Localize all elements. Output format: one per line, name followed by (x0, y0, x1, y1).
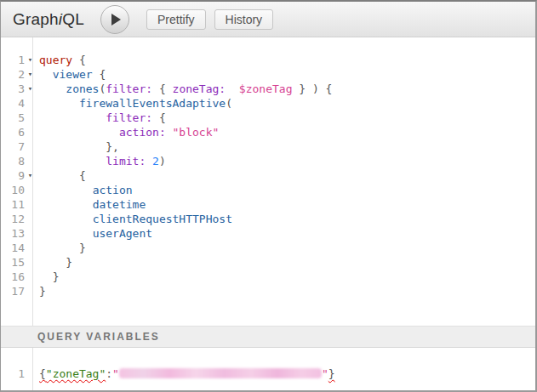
code-token (39, 184, 93, 196)
code-token (39, 169, 79, 182)
line-number: 7 (1, 139, 25, 154)
code-line-text[interactable]: datetime (36, 197, 146, 212)
code-token: query (39, 54, 72, 66)
line-number: 17 (1, 284, 25, 298)
fold-gutter-spacer (25, 226, 36, 241)
code-token: { (72, 54, 86, 66)
code-line-text[interactable]: limit: 2) (36, 154, 166, 168)
line-number: 9 (1, 168, 25, 183)
line-number: 10 (1, 183, 25, 197)
line-number: 12 (1, 212, 25, 226)
fold-gutter-spacer (25, 241, 36, 255)
line-number: 13 (1, 226, 25, 241)
code-token: } ) { (292, 82, 332, 95)
code-token (39, 256, 66, 269)
line-number: 4 (1, 96, 25, 111)
code-token (39, 126, 119, 139)
code-token (39, 198, 93, 211)
code-token: { (152, 82, 172, 95)
line-number: 5 (1, 111, 25, 125)
code-line: 12 clientRequestHTTPHost (1, 212, 535, 226)
code-line-text[interactable]: } (36, 241, 86, 255)
code-token (39, 270, 53, 283)
line-number: 1 (1, 366, 25, 381)
code-line: 8 limit: 2) (1, 154, 535, 168)
variables-editor[interactable]: 1{"zoneTag":""} (1, 348, 535, 390)
fold-gutter-spacer (25, 284, 36, 298)
code-token: ) (159, 155, 166, 168)
code-token (226, 82, 239, 95)
code-line: 1▾query { (1, 53, 535, 67)
execute-button[interactable] (100, 5, 129, 34)
code-token: { (79, 169, 86, 182)
code-line-text[interactable]: } (36, 255, 72, 270)
code-line: 1{"zoneTag":""} (1, 366, 535, 381)
code-token: "block" (173, 126, 220, 139)
fold-gutter-spacer (25, 96, 36, 111)
code-line: 11 datetime (1, 197, 535, 212)
fold-gutter-spacer (25, 183, 36, 197)
code-line: 15 } (1, 255, 535, 270)
code-line: 5 filter: { (1, 111, 535, 125)
line-number: 14 (1, 241, 25, 255)
prettify-button[interactable]: Prettify (146, 9, 206, 30)
code-line-text[interactable]: userAgent (36, 226, 152, 241)
code-line-text[interactable]: clientRequestHTTPHost (36, 212, 232, 226)
code-line: 2▾ viewer { (1, 67, 535, 82)
code-line-text[interactable]: filter: { (36, 111, 166, 125)
fold-toggle-icon[interactable]: ▾ (25, 53, 36, 67)
code-line-text[interactable]: {"zoneTag":""} (36, 366, 335, 381)
code-line-text[interactable]: action: "block" (36, 125, 219, 139)
code-token: } (79, 241, 86, 254)
code-token (39, 155, 106, 168)
code-token: } (53, 270, 60, 283)
code-token: viewer (53, 68, 93, 81)
code-line: 4 firewallEventsAdaptive( (1, 96, 535, 111)
toolbar: GraphiQL Prettify History (1, 2, 535, 37)
code-line-text[interactable]: viewer { (36, 67, 106, 82)
line-number: 2 (1, 67, 25, 82)
code-line-text[interactable]: action (36, 183, 133, 197)
fold-toggle-icon[interactable]: ▾ (25, 82, 36, 96)
fold-gutter-spacer (25, 154, 36, 168)
graphiql-logo: GraphiQL (13, 10, 84, 29)
play-icon (111, 14, 121, 26)
code-line: 16 } (1, 270, 535, 284)
query-code-lines: 1▾query {2▾ viewer {3▾ zones(filter: { z… (1, 53, 535, 298)
code-line-text[interactable]: firewallEventsAdaptive( (36, 96, 232, 111)
query-editor[interactable]: 1▾query {2▾ viewer {3▾ zones(filter: { z… (1, 37, 535, 326)
fold-gutter-spacer (25, 270, 36, 284)
code-token: { (39, 367, 46, 380)
code-line: 6 action: "block" (1, 125, 535, 139)
code-token (39, 140, 106, 153)
fold-toggle-icon[interactable]: ▾ (25, 67, 36, 82)
code-token: zones (66, 82, 99, 95)
code-line-text[interactable]: } (36, 270, 59, 284)
code-token (39, 111, 106, 124)
code-token: { (93, 68, 106, 81)
code-line: 17} (1, 284, 535, 298)
code-line-text[interactable]: { (36, 168, 86, 183)
code-token: clientRequestHTTPHost (93, 213, 232, 225)
fold-gutter-spacer (25, 255, 36, 270)
code-line-text[interactable]: query { (36, 53, 86, 67)
gutter-divider (32, 348, 33, 390)
code-line-text[interactable]: }, (36, 139, 119, 154)
line-number: 6 (1, 125, 25, 139)
code-token: action: (119, 126, 166, 139)
code-token: filter: (106, 111, 152, 124)
line-number: 16 (1, 270, 25, 284)
gutter-divider (32, 37, 33, 326)
fold-gutter-spacer (25, 111, 36, 125)
history-button[interactable]: History (214, 9, 274, 30)
code-line-text[interactable]: zones(filter: { zoneTag: $zoneTag } ) { (36, 82, 332, 96)
code-token: " (322, 367, 328, 380)
code-token (146, 155, 152, 168)
code-token: filter: (106, 82, 152, 95)
fold-toggle-icon[interactable]: ▾ (25, 168, 36, 183)
code-token: } (328, 367, 335, 380)
logo-text: QL (62, 10, 84, 28)
query-variables-header[interactable]: QUERY VARIABLES (1, 326, 535, 348)
code-line-text[interactable]: } (36, 284, 46, 298)
fold-gutter-spacer (25, 197, 36, 212)
